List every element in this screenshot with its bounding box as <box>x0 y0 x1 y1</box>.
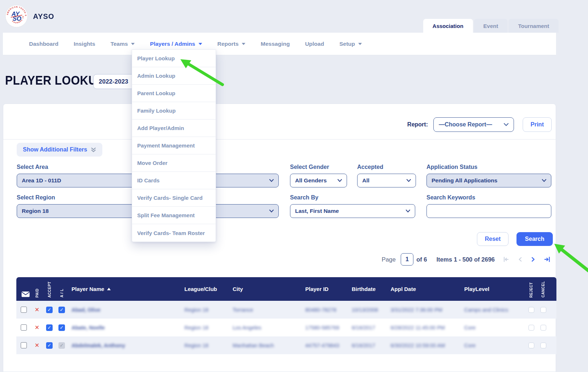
row-select-checkbox[interactable] <box>21 324 27 331</box>
paid-x-icon: ✕ <box>34 324 39 331</box>
menu-item-player-lookup[interactable]: Player Lookup <box>132 50 216 67</box>
col-reject: REJECT <box>525 277 537 301</box>
page-of-text: of 6 <box>416 256 427 263</box>
nav-reports[interactable]: Reports <box>217 41 246 47</box>
page-title: PLAYER LOOKUP <box>5 73 105 88</box>
envelope-icon <box>21 291 30 297</box>
brand: AMERICAN YOUTH SOCCER ORG. FOUNDED 1964 … <box>5 5 56 28</box>
player-id: 17580-585769 <box>305 325 339 331</box>
reject-checkbox[interactable] <box>528 307 534 313</box>
player-name[interactable]: Abdelmalek, Anthony <box>72 343 125 348</box>
menu-item-admin-lookup[interactable]: Admin Lookup <box>132 67 216 85</box>
field-application-status: Application Status Pending All Applicati… <box>426 164 551 187</box>
cancel-checkbox[interactable] <box>540 343 546 348</box>
col-player-id: Player ID <box>302 277 348 301</box>
chevron-down-icon <box>269 179 274 182</box>
player-name[interactable]: Abate, Noelle <box>72 325 105 331</box>
application-status-dropdown[interactable]: Pending All Applications <box>426 174 551 187</box>
col-player-name[interactable]: Player Name <box>68 277 181 301</box>
reject-checkbox[interactable] <box>528 325 534 331</box>
nav-setup[interactable]: Setup <box>339 41 362 47</box>
field-search-keywords: Search Keywords <box>426 194 551 218</box>
nav-insights[interactable]: Insights <box>74 41 95 47</box>
print-button[interactable]: Print <box>523 117 552 132</box>
menu-item-id-cards[interactable]: ID Cards <box>132 172 216 189</box>
nav-dashboard[interactable]: Dashboard <box>29 41 58 47</box>
player-name[interactable]: Abad, Olive <box>72 307 101 313</box>
chevron-down-icon <box>338 179 342 182</box>
search-by-dropdown[interactable]: Last, First Name <box>290 204 415 218</box>
nav-teams[interactable]: Teams <box>110 41 135 47</box>
search-keywords-input[interactable] <box>426 204 551 218</box>
menu-item-family-lookup[interactable]: Family Lookup <box>132 102 216 120</box>
menu-item-parent-lookup[interactable]: Parent Lookup <box>132 85 216 102</box>
menu-item-add-player-admin[interactable]: Add Player/Admin <box>132 120 216 137</box>
al-checkbox-disabled: ✓ <box>58 342 65 349</box>
main-navbar: Dashboard Insights Teams Players / Admin… <box>3 33 556 55</box>
last-page-icon[interactable] <box>544 256 551 263</box>
report-select[interactable]: —Choose Report— <box>433 117 514 132</box>
row-select-checkbox[interactable] <box>21 307 27 313</box>
divider <box>3 139 556 140</box>
al-checkbox[interactable]: ✓ <box>58 307 65 313</box>
col-playlevel: PlayLevel <box>461 277 525 301</box>
menu-item-verify-cards-single[interactable]: Verify Cards- Single Card <box>132 189 216 207</box>
report-label: Report: <box>407 121 428 128</box>
col-paid: PAID <box>31 277 43 301</box>
field-accepted: Accepted All <box>357 164 416 187</box>
field-select-gender: Select Gender All Genders <box>290 164 347 187</box>
tab-association[interactable]: Association <box>423 19 473 33</box>
next-page-icon[interactable] <box>531 256 536 263</box>
chevron-down-icon <box>269 210 274 213</box>
menu-item-split-fee-management[interactable]: Split Fee Management <box>132 207 216 224</box>
cancel-checkbox[interactable] <box>540 307 546 313</box>
caret-down-icon <box>199 43 202 45</box>
previous-page-icon[interactable] <box>518 256 523 263</box>
menu-item-verify-cards-roster[interactable]: Verify Cards- Team Roster <box>132 224 216 242</box>
field-search-by: Search By Last, First Name <box>290 194 415 218</box>
nav-messaging[interactable]: Messaging <box>261 41 290 47</box>
accepted-dropdown[interactable]: All <box>357 174 416 187</box>
reset-button[interactable]: Reset <box>477 232 509 246</box>
caret-down-icon <box>242 43 245 45</box>
search-keywords-label: Search Keywords <box>426 194 551 201</box>
col-league-club: League/Club <box>181 277 229 301</box>
accept-checkbox[interactable]: ✓ <box>46 342 53 349</box>
paid-x-icon: ✕ <box>34 342 39 349</box>
first-page-icon[interactable] <box>503 256 510 263</box>
items-range-text: Items 1 - 500 of 2696 <box>436 256 495 263</box>
nav-upload[interactable]: Upload <box>305 41 324 47</box>
league-club: Region 18 <box>184 325 208 331</box>
player-id: 44757-479843 <box>305 343 339 348</box>
show-additional-filters-button[interactable]: Show Additional Filters <box>17 143 102 157</box>
cancel-checkbox[interactable] <box>540 325 546 331</box>
page-label: Page <box>382 256 396 263</box>
appl-date: 3/31/2022 7:36:00 PM <box>391 307 442 313</box>
table-row: ✕ ✓ ✓ Abad, Olive Region 18 Torrance 804… <box>16 301 556 319</box>
menu-item-payment-management[interactable]: Payment Management <box>132 137 216 154</box>
search-button[interactable]: Search <box>516 232 553 246</box>
birthdate: 6/16/2017 <box>352 325 375 331</box>
table-row: ✕ ✓ ✓ Abate, Noelle Region 18 Los Angele… <box>16 319 556 336</box>
city: Torrance <box>233 307 253 313</box>
menu-item-move-order[interactable]: Move Order <box>132 154 216 172</box>
chevron-down-icon <box>504 123 509 126</box>
col-birthdate: Birthdate <box>348 277 387 301</box>
table-header-row: PAID ACCEPT A / L Player Name League/Clu… <box>16 277 556 301</box>
accept-checkbox[interactable]: ✓ <box>46 324 53 331</box>
tab-event[interactable]: Event <box>474 19 508 33</box>
select-gender-dropdown[interactable]: All Genders <box>290 174 347 187</box>
playlevel: Camps and Clinics <box>464 307 508 313</box>
league-club: Region 18 <box>184 307 208 313</box>
row-select-checkbox[interactable] <box>21 342 27 348</box>
page-number-input[interactable] <box>401 253 413 266</box>
tab-tournament[interactable]: Tournament <box>509 19 559 33</box>
birthdate: 10/13/2008 <box>352 307 378 313</box>
accept-checkbox[interactable]: ✓ <box>46 307 53 313</box>
pagination: Page of 6 Items 1 - 500 of 2696 <box>382 253 551 266</box>
al-checkbox[interactable]: ✓ <box>58 324 65 331</box>
nav-players-admins[interactable]: Players / Admins <box>150 41 202 47</box>
birthdate: 6/16/2017 <box>352 343 375 348</box>
reject-checkbox[interactable] <box>528 343 534 348</box>
playlevel: Core <box>464 343 475 348</box>
